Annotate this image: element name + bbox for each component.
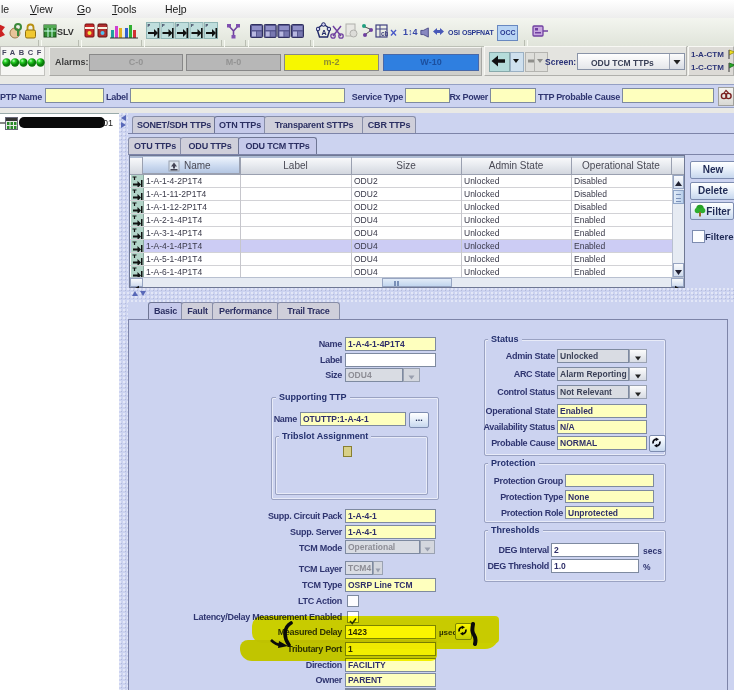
svg-text:P: P — [148, 23, 151, 28]
svg-text:cb: cb — [381, 30, 388, 37]
svg-text:A: A — [322, 29, 327, 36]
